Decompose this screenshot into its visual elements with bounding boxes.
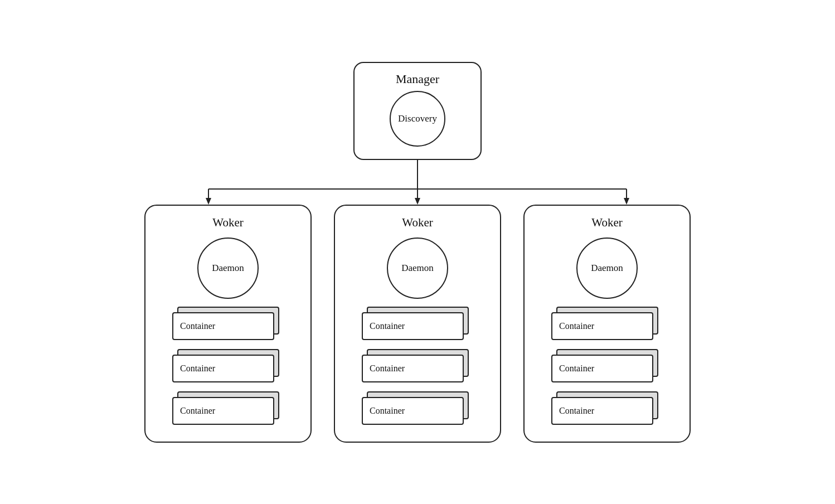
arrows-area bbox=[111, 160, 724, 205]
container-2-3: Container bbox=[362, 391, 473, 426]
container-2-2: Container bbox=[362, 349, 473, 384]
daemon-label-1: Daemon bbox=[212, 263, 244, 274]
svg-marker-5 bbox=[415, 198, 420, 205]
container-label: Container bbox=[370, 321, 405, 331]
worker-label-1: Woker bbox=[212, 216, 243, 230]
daemon-label-3: Daemon bbox=[591, 263, 623, 274]
workers-row: Woker Daemon Container Container Contain… bbox=[144, 205, 691, 443]
container-front: Container bbox=[551, 312, 653, 340]
daemon-circle-2: Daemon bbox=[387, 238, 448, 299]
worker-label-2: Woker bbox=[402, 216, 433, 230]
container-3-1: Container bbox=[551, 307, 663, 341]
worker-label-3: Woker bbox=[591, 216, 622, 230]
container-label: Container bbox=[180, 406, 215, 416]
container-label: Container bbox=[559, 406, 594, 416]
manager-box: Manager Discovery bbox=[353, 62, 482, 160]
worker-box-2: Woker Daemon Container Container Contain… bbox=[334, 205, 501, 443]
svg-marker-3 bbox=[206, 198, 211, 205]
manager-label: Manager bbox=[396, 72, 439, 86]
container-front: Container bbox=[362, 312, 464, 340]
container-1-1: Container bbox=[172, 307, 284, 341]
container-label: Container bbox=[370, 364, 405, 374]
container-1-2: Container bbox=[172, 349, 284, 384]
discovery-circle: Discovery bbox=[390, 91, 445, 147]
daemon-circle-3: Daemon bbox=[576, 238, 638, 299]
container-1-3: Container bbox=[172, 391, 284, 426]
container-front: Container bbox=[172, 355, 274, 382]
arrows-svg bbox=[111, 160, 724, 205]
svg-marker-7 bbox=[624, 198, 629, 205]
container-label: Container bbox=[559, 364, 594, 374]
container-label: Container bbox=[370, 406, 405, 416]
container-2-1: Container bbox=[362, 307, 473, 341]
container-front: Container bbox=[362, 355, 464, 382]
discovery-label: Discovery bbox=[398, 113, 437, 124]
container-label: Container bbox=[180, 321, 215, 331]
container-front: Container bbox=[551, 355, 653, 382]
container-3-2: Container bbox=[551, 349, 663, 384]
container-front: Container bbox=[362, 397, 464, 425]
architecture-diagram: Manager Discovery Woker bbox=[111, 62, 724, 443]
container-label: Container bbox=[180, 364, 215, 374]
worker-box-3: Woker Daemon Container Container Contain… bbox=[523, 205, 691, 443]
container-3-3: Container bbox=[551, 391, 663, 426]
daemon-label-2: Daemon bbox=[401, 263, 434, 274]
worker-box-1: Woker Daemon Container Container Contain… bbox=[144, 205, 312, 443]
container-front: Container bbox=[172, 312, 274, 340]
container-front: Container bbox=[551, 397, 653, 425]
container-label: Container bbox=[559, 321, 594, 331]
container-front: Container bbox=[172, 397, 274, 425]
daemon-circle-1: Daemon bbox=[197, 238, 259, 299]
